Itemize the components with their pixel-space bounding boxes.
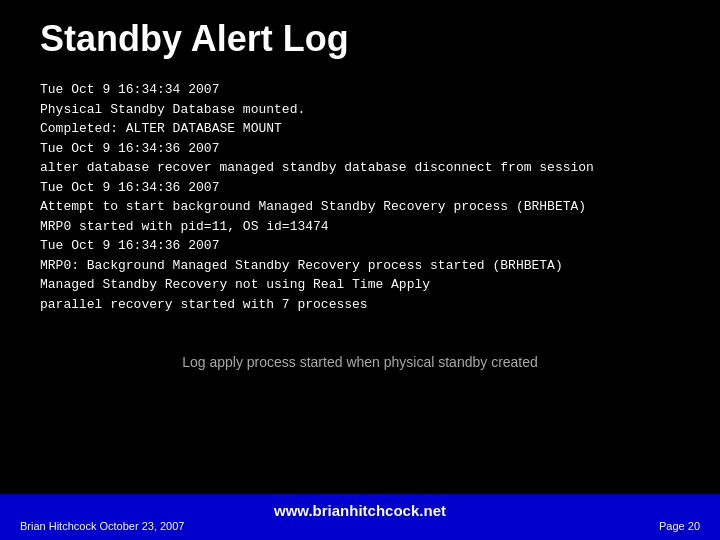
footer-bottom: Brian Hitchcock October 23, 2007 Page 20 xyxy=(0,520,720,533)
log-area: Tue Oct 9 16:34:34 2007 Physical Standby… xyxy=(0,70,720,324)
footer-url: www.brianhitchcock.net xyxy=(0,501,720,521)
title: Standby Alert Log xyxy=(0,0,720,70)
footer-bar: www.brianhitchcock.net Brian Hitchcock O… xyxy=(0,494,720,540)
footer-author: Brian Hitchcock October 23, 2007 xyxy=(20,520,184,533)
caption: Log apply process started when physical … xyxy=(0,354,720,370)
footer-page: Page 20 xyxy=(659,520,700,533)
